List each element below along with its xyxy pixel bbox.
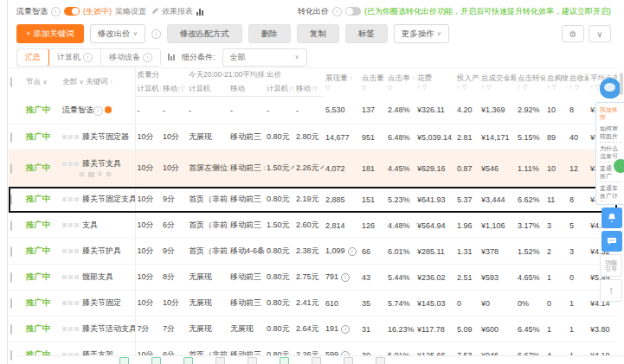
info-icon[interactable]: i — [51, 7, 61, 16]
cell-carts: 10 — [545, 150, 568, 187]
col-cost[interactable]: 花费↑ ▽ — [415, 68, 455, 97]
select-all-checkbox[interactable] — [10, 77, 12, 87]
col-favs[interactable]: 总收藏数↑ ▽ — [568, 68, 589, 97]
col-roi[interactable]: 投入产出比↑ ▽ — [455, 68, 479, 97]
delete-button[interactable]: 删除 — [248, 24, 291, 43]
row-checkbox[interactable] — [10, 132, 12, 143]
modify-bid-button[interactable]: 修改出价∨ — [90, 24, 145, 43]
col-revenue[interactable]: 总成交金额↑ ▽ — [479, 68, 516, 97]
edit-pencil-icon[interactable] — [319, 164, 324, 170]
info-icon[interactable]: i — [151, 29, 161, 39]
cell-roi: 2.51 — [455, 265, 479, 291]
keyword-label[interactable]: 膝关节护具 — [82, 246, 121, 255]
col-carts[interactable]: 总购物车数↑ ▽ — [545, 68, 568, 97]
tab-pc[interactable]: 计算机i — [49, 49, 101, 66]
status-badge: 推广中 — [26, 163, 51, 172]
footer-tool-icon[interactable] — [216, 357, 225, 364]
feedback-button[interactable] — [612, 157, 624, 175]
keyword-label[interactable]: 膝关节固定器 — [82, 132, 129, 141]
cell-ctr: 4.48% — [386, 213, 415, 239]
keyword-label[interactable]: 膝关节固定支具 — [82, 195, 135, 203]
footer-tool-icon[interactable] — [344, 357, 353, 364]
cell-impressions: 1,099! — [324, 239, 360, 265]
add-keyword-button[interactable]: + 添加关键词 — [16, 24, 84, 43]
cell-bid-mobile[interactable]: 2.26元 — [294, 150, 324, 187]
footer-tool-icon[interactable] — [248, 357, 257, 364]
strategy-settings-link[interactable]: 策略设置 — [115, 6, 146, 17]
cell-bid-pc: 0.80元 — [265, 125, 294, 150]
row-checkbox[interactable] — [10, 220, 12, 231]
notification-bell-button[interactable] — [601, 208, 622, 228]
row-checkbox[interactable] — [10, 350, 12, 361]
row-checkbox[interactable] — [10, 195, 12, 205]
more-actions-button[interactable]: 更多操作∨ — [394, 24, 449, 43]
row-checkbox[interactable] — [10, 163, 12, 174]
pencil-icon[interactable] — [151, 8, 158, 15]
chat-button[interactable] — [601, 231, 622, 252]
low-traffic-info-icon[interactable]: ! — [341, 325, 350, 334]
edit-pencil-icon[interactable] — [290, 164, 294, 170]
flow-smart-toggle[interactable] — [64, 7, 80, 16]
keyword-label[interactable]: 髋部支具 — [82, 272, 113, 281]
row-checkbox[interactable] — [10, 324, 12, 335]
keyword-label[interactable]: 支具 — [82, 220, 98, 229]
cell-cvr: 1.11% — [516, 150, 545, 187]
info-icon[interactable]: i — [93, 106, 103, 116]
row-checkbox[interactable] — [10, 298, 12, 309]
chart-icon[interactable]: ≡ — [98, 171, 102, 178]
info-icon[interactable]: i — [332, 7, 342, 16]
col-ctr[interactable]: 点击率 ↑▽ — [386, 68, 415, 97]
status-badge: 推广中 — [26, 105, 51, 114]
footer-tool-icon[interactable] — [312, 357, 321, 364]
modify-match-button[interactable]: 修改匹配方式 — [167, 24, 242, 43]
col-node[interactable]: 节点 ∨ — [24, 68, 61, 97]
col-bid-mobile[interactable]: 移动↑▽ — [294, 81, 324, 97]
collapse-chevron-button[interactable]: ∨ — [589, 25, 611, 42]
keyword-label[interactable]: 膝关节固定 — [82, 298, 121, 307]
footer-tool-icon[interactable] — [376, 357, 385, 364]
help-link[interactable]: 直通车推广计划 — [600, 182, 622, 201]
row-checkbox[interactable] — [10, 272, 12, 283]
tab-mobile[interactable]: 移动设备i — [101, 49, 160, 66]
settings-gear-button[interactable]: ⚙ — [562, 25, 584, 42]
col-qs-pc[interactable]: 计算机↑▽ — [135, 81, 161, 97]
report-link[interactable]: 效果报表 — [162, 6, 193, 17]
tab-summary[interactable]: 汇总 — [16, 48, 49, 67]
tag-button[interactable]: 标签 — [345, 24, 388, 43]
tag-color-chips — [62, 162, 79, 166]
table-row: 推广中流量智选i------5,5301372.48%¥326.114.20¥1… — [9, 97, 617, 125]
vertical-scrollbar[interactable] — [620, 73, 623, 95]
low-traffic-info-icon[interactable]: ! — [341, 273, 350, 282]
col-impressions[interactable]: 展现量 ↑▽ — [324, 68, 360, 97]
cell-clicks: 951 — [360, 125, 386, 150]
keyword-label[interactable]: 膝关节支具 — [82, 159, 121, 168]
cell-favs: 1 — [568, 316, 589, 342]
rank-detail-icon[interactable]: ≣ — [263, 164, 265, 172]
condition-select[interactable]: 全部∨ — [222, 48, 307, 67]
feature-guide-button[interactable]: 功能引导 — [600, 254, 622, 277]
keyword-label[interactable]: 膝关节活动支具 — [82, 324, 135, 333]
col-cvr[interactable]: 点击转化率↑ ▽ — [516, 68, 545, 97]
pause-icon[interactable]: ⊖ — [106, 171, 112, 178]
col-bid-pc[interactable]: 计算机↑▽ — [265, 81, 294, 97]
help-link[interactable]: 如何审核图片切换 — [600, 123, 622, 143]
row-checkbox[interactable] — [10, 246, 12, 257]
report-icon[interactable]: ▤ — [88, 171, 95, 178]
footer-tool-icon[interactable] — [183, 357, 193, 364]
footer-tool-icon[interactable] — [280, 357, 289, 364]
col-keyword[interactable]: 全部 ∨ 关键词 ↑ — [61, 68, 135, 97]
history-icon[interactable]: ⊙ — [79, 171, 85, 178]
bar-chart-icon[interactable] — [196, 8, 203, 16]
col-qs-mobile[interactable]: 移动↑▽ — [161, 81, 187, 97]
cell-bid-pc: 1.50元 — [265, 213, 294, 239]
footer-tool-icon[interactable] — [119, 357, 129, 364]
conversion-bid-toggle[interactable] — [345, 7, 361, 16]
cell-bid-pc[interactable]: 1.50元 — [265, 150, 294, 187]
low-traffic-info-icon[interactable]: ! — [348, 247, 357, 256]
footer-tool-icon[interactable] — [151, 357, 161, 364]
back-to-top-button[interactable]: ↑ — [600, 279, 622, 302]
cell-rank-pc: 首页（非前三） — [187, 187, 228, 213]
col-clicks[interactable]: 点击量 ↓▽ — [360, 68, 386, 97]
cell-rank-mobile: 移动前三 — [228, 265, 265, 291]
copy-button[interactable]: 复制 — [297, 24, 339, 43]
